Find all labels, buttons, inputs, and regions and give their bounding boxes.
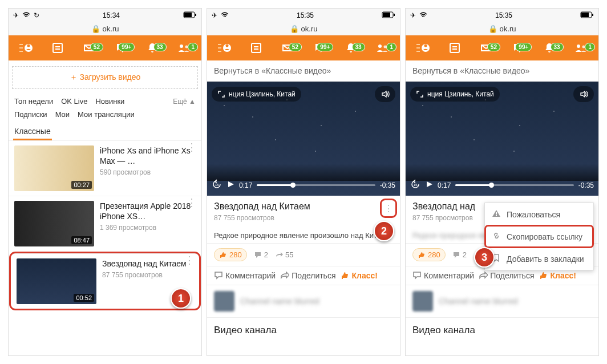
comment-button[interactable]: Комментарий [214, 271, 276, 280]
progress-bar[interactable] [455, 184, 573, 186]
comments-count[interactable]: 2 [254, 250, 268, 259]
wifi-icon [22, 11, 30, 19]
video-detail: Звездопад над Китаем 87 755 просмотров ⋮ [207, 196, 400, 228]
battery-icon [183, 11, 197, 20]
feed-icon[interactable] [241, 42, 271, 54]
video-item[interactable]: 08:47 Презентация Apple 2018 iPhone XS… … [9, 196, 201, 251]
fullscreen-button[interactable]: нция Цзилинь, Китай [410, 87, 500, 102]
more-icon[interactable]: ⋮ [187, 201, 197, 205]
friends-icon[interactable]: 1 [367, 42, 398, 54]
play-button[interactable] [425, 180, 433, 190]
airplane-icon: ✈ [410, 11, 416, 19]
menu-report[interactable]: Пожаловаться [485, 203, 593, 225]
class-button[interactable]: Класс! [539, 271, 592, 280]
upload-button[interactable]: ＋ Загрузить видео [12, 66, 198, 89]
tab-live[interactable]: Мои трансляции [78, 110, 135, 119]
rem-time: -0:35 [380, 181, 395, 189]
volume-button[interactable] [375, 86, 395, 102]
tab-classy[interactable]: Классные [14, 127, 51, 140]
tab-my[interactable]: Мои [55, 110, 70, 119]
step-3: 3 [474, 247, 495, 268]
video-desc: Редкое природное явление произошло над К… [207, 228, 400, 244]
rewind-button[interactable]: 15 [212, 179, 222, 191]
url-bar[interactable]: 🔒ok.ru [406, 22, 598, 35]
duration: 00:27 [71, 181, 92, 189]
messages-icon[interactable]: 52 [273, 42, 303, 54]
fullscreen-button[interactable]: нция Цзилинь, Китай [212, 87, 301, 102]
feed-icon[interactable] [439, 42, 470, 54]
status-bar: ✈ 15:35 [207, 9, 400, 22]
notif-icon[interactable]: 33 [335, 42, 366, 54]
tab-top-week[interactable]: Топ недели [14, 97, 53, 106]
status-bar: ✈ 15:35 [406, 9, 598, 22]
time: 15:35 [495, 11, 512, 19]
menu-icon[interactable] [209, 40, 240, 56]
tab-new[interactable]: Новинки [95, 97, 124, 106]
menu-icon[interactable] [408, 40, 438, 56]
notif-icon[interactable]: 33 [534, 42, 564, 54]
menu-copy-link[interactable]: Скопировать ссылку [485, 225, 593, 248]
svg-rect-22 [450, 43, 459, 52]
chat-icon[interactable]: 99+ [106, 42, 136, 54]
video-item[interactable]: 00:27 iPhone Xs and iPhone Xs Max — … 59… [9, 140, 201, 196]
channel-row[interactable]: Channel name blurred [406, 285, 598, 317]
nav-bar: 52 99+ 33 1 [207, 35, 400, 60]
video-player[interactable]: нция Цзилинь, Китай 15 0:17 -0:35 [207, 82, 400, 196]
class-button[interactable]: Класс! [341, 271, 394, 280]
svg-point-4 [27, 45, 30, 47]
svg-rect-13 [252, 43, 261, 52]
channel-thumb [412, 291, 433, 312]
video-title: Презентация Apple 2018 iPhone XS… [100, 201, 196, 221]
battery-icon [580, 11, 594, 20]
feed-icon[interactable] [42, 42, 72, 54]
channel-name: Channel name blurred [240, 297, 319, 306]
svg-point-6 [180, 45, 183, 48]
shares-count[interactable]: 55 [275, 250, 293, 259]
url-bar[interactable]: 🔒ok.ru [207, 22, 400, 35]
channel-row[interactable]: Channel name blurred [207, 285, 400, 317]
progress-bar[interactable] [257, 184, 375, 186]
wifi-icon [419, 11, 427, 19]
more-icon[interactable]: ⋮ [184, 258, 195, 262]
svg-rect-26 [496, 212, 497, 215]
url-bar[interactable]: 🔒 ok.ru [9, 22, 201, 35]
share-button[interactable]: Поделиться [479, 271, 534, 280]
video-player[interactable]: нция Цзилинь, Китай 15 0:17 -0:35 [406, 82, 598, 196]
svg-rect-10 [394, 14, 395, 16]
messages-icon[interactable]: 52 [74, 42, 104, 54]
comments-count[interactable]: 2 [452, 250, 467, 259]
volume-button[interactable] [573, 86, 594, 102]
tab-subs[interactable]: Подписки [14, 110, 47, 119]
loading-icon: ↻ [34, 11, 39, 19]
tab-ok-live[interactable]: OK Live [61, 97, 87, 106]
share-button[interactable]: Поделиться [280, 271, 335, 280]
like-button[interactable]: 280 [412, 248, 446, 261]
svg-rect-9 [383, 13, 390, 17]
messages-icon[interactable]: 52 [471, 42, 501, 54]
svg-text:15: 15 [215, 183, 219, 187]
chat-icon[interactable]: 99+ [503, 42, 533, 54]
friends-icon[interactable]: 1 [566, 42, 596, 54]
friends-icon[interactable]: 1 [169, 42, 199, 54]
menu-icon[interactable] [11, 40, 41, 56]
rewind-button[interactable]: 15 [410, 179, 420, 191]
notif-icon[interactable]: 33 [137, 42, 167, 54]
step-1: 1 [171, 288, 191, 309]
time: 15:35 [297, 11, 314, 19]
lock-icon: 🔒 [290, 25, 299, 33]
friends-badge: 1 [188, 43, 198, 51]
video-tabs: Топ недели OK Live Новинки Ещё ▲ [9, 92, 201, 106]
back-link[interactable]: Вернуться в «Классные видео» [406, 60, 598, 82]
section-title: Видео канала [406, 317, 598, 341]
play-button[interactable] [226, 180, 234, 190]
comment-button[interactable]: Комментарий [412, 271, 474, 280]
cur-time: 0:17 [239, 181, 252, 189]
like-button[interactable]: 280 [214, 248, 247, 261]
menu-bookmark[interactable]: Добавить в закладки [485, 248, 593, 270]
more-button[interactable]: ⋮ [382, 200, 395, 216]
back-link[interactable]: Вернуться в «Классные видео» [207, 60, 400, 82]
cur-time: 0:17 [438, 181, 451, 189]
chat-icon[interactable]: 99+ [304, 42, 334, 54]
more-icon[interactable]: ⋮ [187, 145, 197, 149]
tab-more[interactable]: Ещё ▲ [173, 98, 196, 106]
